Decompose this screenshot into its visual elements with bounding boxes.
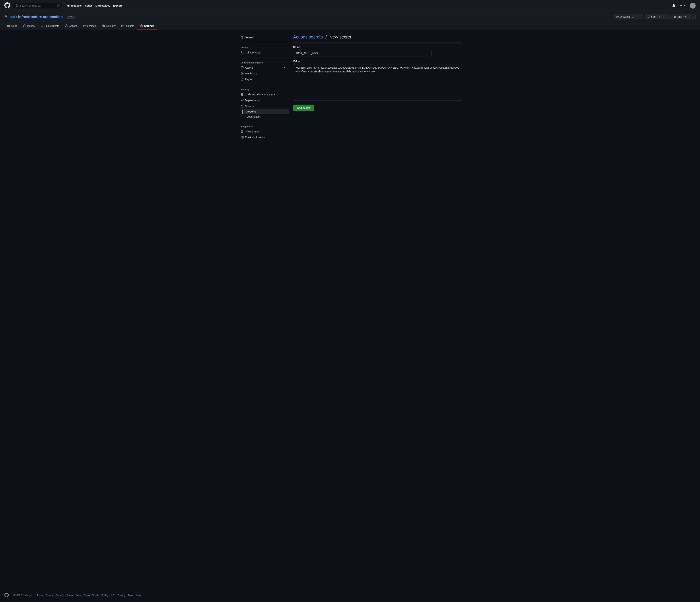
star-button[interactable]: Star 0 xyxy=(671,14,690,19)
sidebar-item-deploy-keys[interactable]: Deploy keys xyxy=(238,97,289,103)
eye-icon xyxy=(616,15,619,18)
tab-projects[interactable]: Projects xyxy=(80,22,100,30)
chevron-up-secrets-icon xyxy=(283,105,286,107)
sidebar-item-github-apps[interactable]: GitHub apps xyxy=(238,128,289,135)
repo-name-link[interactable]: infrastructure-automation xyxy=(18,15,63,19)
sidebar-item-secrets[interactable]: Secrets xyxy=(238,103,289,109)
tab-code[interactable]: Code xyxy=(4,22,20,30)
footer-link-docs[interactable]: Docs xyxy=(76,594,80,597)
repo-header: pst / infrastructure-automation Private … xyxy=(0,11,700,30)
tab-settings[interactable]: Settings xyxy=(137,22,157,30)
notifications-button[interactable] xyxy=(672,3,676,8)
name-input[interactable] xyxy=(293,50,432,56)
sidebar-item-collaborators[interactable]: Collaborators xyxy=(238,50,289,55)
secret-icon xyxy=(241,105,244,107)
bell-icon xyxy=(672,4,675,7)
plus-icon xyxy=(680,4,682,7)
tab-pull-requests[interactable]: Pull requests xyxy=(38,22,62,30)
unwatch-count: 1 xyxy=(631,15,635,18)
main-layout: General Access Collaborators Code and au… xyxy=(233,30,467,588)
footer-link-blog[interactable]: Blog xyxy=(128,594,132,597)
repo-owner-link[interactable]: pst xyxy=(9,15,15,19)
repo-title-row: pst / infrastructure-automation Private … xyxy=(4,14,696,19)
lock-icon xyxy=(4,15,7,18)
star-count: 0 xyxy=(683,15,687,18)
star-dropdown[interactable] xyxy=(690,14,696,19)
fork-button[interactable]: Fork 0 xyxy=(645,14,664,19)
tab-issues[interactable]: Issues xyxy=(20,22,38,30)
repo-nav: Code Issues Pull requests Actions Projec… xyxy=(4,22,696,30)
nav-issues[interactable]: Issues xyxy=(84,4,93,7)
key-icon xyxy=(241,99,244,102)
pr-icon xyxy=(41,24,43,27)
header-nav: Pull requests Issues Marketplace Explore xyxy=(66,4,669,7)
sidebar-section-access: Access xyxy=(238,43,289,50)
sidebar-item-actions[interactable]: Actions xyxy=(238,65,289,71)
sidebar-item-email-notifications[interactable]: Email notifications xyxy=(238,135,289,140)
breadcrumb-separator: / xyxy=(325,34,327,40)
create-button[interactable] xyxy=(679,3,687,8)
sidebar-item-code-security[interactable]: Code security and analysis xyxy=(238,92,289,97)
content: Actions secrets / New secret Name Value … xyxy=(293,34,462,584)
sidebar-sub-item-dependabot[interactable]: Dependabot xyxy=(244,114,289,119)
footer-link-terms[interactable]: Terms xyxy=(37,594,43,597)
nav-explore[interactable]: Explore xyxy=(113,4,122,7)
footer-link-about[interactable]: About xyxy=(135,594,141,597)
header: / Pull requests Issues Marketplace Explo… xyxy=(0,0,700,11)
github-logo[interactable] xyxy=(4,2,10,9)
actions-sidebar-icon xyxy=(241,66,244,69)
repo-path-separator: / xyxy=(16,15,17,19)
breadcrumb-current: New secret xyxy=(329,34,351,40)
footer-link-privacy[interactable]: Privacy xyxy=(46,594,53,597)
sidebar-item-pages[interactable]: Pages xyxy=(238,76,289,82)
footer: © 2022 GitHub, Inc. Terms Privacy Securi… xyxy=(0,588,700,602)
sidebar-section-code: Code and automation xyxy=(238,58,289,65)
unwatch-dropdown[interactable] xyxy=(637,14,643,19)
chevron-up-icon xyxy=(283,66,286,69)
repo-path: pst / infrastructure-automation xyxy=(9,15,63,19)
avatar[interactable] xyxy=(690,3,696,8)
sidebar-item-general[interactable]: General xyxy=(238,34,289,40)
repo-actions: Unwatch 1 Fork 0 xyxy=(614,14,696,19)
insights-icon xyxy=(121,24,124,27)
mail-icon xyxy=(241,136,244,139)
footer-link-status[interactable]: Status xyxy=(67,594,73,597)
star-chevron-icon xyxy=(691,15,694,18)
webhook-icon xyxy=(241,72,244,75)
security-icon xyxy=(102,24,105,27)
footer-copyright: © 2022 GitHub, Inc. xyxy=(13,594,32,597)
footer-link-contact[interactable]: Contact GitHub xyxy=(83,594,98,597)
footer-logo xyxy=(4,593,9,598)
actions-icon xyxy=(65,24,68,27)
fork-dropdown[interactable] xyxy=(664,14,670,19)
fork-count: 0 xyxy=(657,15,661,18)
footer-links: Terms Privacy Security Status Docs Conta… xyxy=(37,594,141,597)
tab-security[interactable]: Security xyxy=(99,22,119,30)
chevron-down-small-icon xyxy=(639,15,642,18)
value-form-group: Value W2RlZmF1bHRdCmF3c19hjtpU32ydDA26DD… xyxy=(293,60,462,101)
value-textarea[interactable]: W2RlZmF1bHRdCmF3c19hjtpU32ydDA26DDSIueS4… xyxy=(293,64,462,101)
sidebar-sub-item-actions[interactable]: Actions xyxy=(244,109,289,114)
footer-link-pricing[interactable]: Pricing xyxy=(101,594,108,597)
code-icon xyxy=(7,24,10,27)
nav-pull-requests[interactable]: Pull requests xyxy=(66,4,82,7)
settings-icon xyxy=(140,24,143,27)
footer-link-api[interactable]: API xyxy=(111,594,115,597)
breadcrumb-link[interactable]: Actions secrets xyxy=(293,34,323,40)
svg-point-0 xyxy=(692,4,694,6)
nav-marketplace[interactable]: Marketplace xyxy=(96,4,110,7)
add-secret-button[interactable]: Add secret xyxy=(293,105,314,111)
footer-link-training[interactable]: Training xyxy=(117,594,125,597)
unwatch-button[interactable]: Unwatch 1 xyxy=(614,14,637,19)
tab-actions[interactable]: Actions xyxy=(62,22,80,30)
issue-icon xyxy=(23,24,26,27)
tab-insights[interactable]: Insights xyxy=(119,22,137,30)
search-input[interactable] xyxy=(20,4,56,7)
footer-link-security[interactable]: Security xyxy=(56,594,64,597)
value-label: Value xyxy=(293,60,462,63)
sidebar: General Access Collaborators Code and au… xyxy=(238,34,289,584)
people-icon xyxy=(241,51,244,54)
chevron-down-icon xyxy=(683,4,686,7)
search-box[interactable]: / xyxy=(13,3,63,8)
sidebar-item-webhooks[interactable]: Webhooks xyxy=(238,71,289,76)
